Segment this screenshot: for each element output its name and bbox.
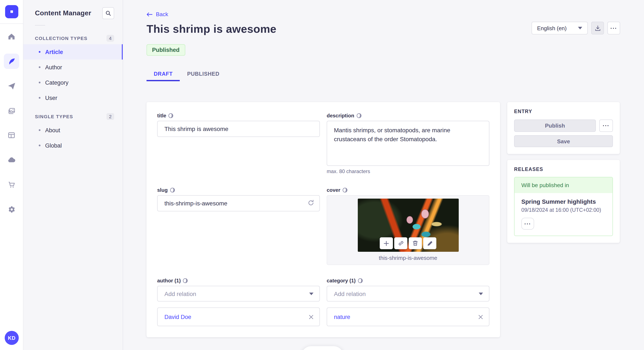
bullet-icon	[39, 129, 40, 131]
back-link[interactable]: Back	[146, 11, 168, 17]
main-nav-rail: KD	[0, 0, 24, 350]
bullet-icon	[39, 82, 40, 83]
localized-globe-icon	[356, 113, 362, 118]
settings-gear-icon[interactable]	[5, 202, 18, 216]
entry-form-card: title This shrimp is awesome description	[146, 102, 500, 337]
save-button[interactable]: Save	[514, 135, 613, 147]
author-field-label: author (1)	[157, 278, 181, 284]
remove-category-button[interactable]	[478, 315, 483, 319]
link-icon	[398, 240, 404, 246]
sidebar-item-user[interactable]: User	[24, 90, 123, 105]
sidebar-item-author[interactable]: Author	[24, 59, 123, 75]
regenerate-slug-button[interactable]	[308, 199, 314, 206]
sidebar-item-label: Article	[45, 49, 63, 55]
field-category: category (1) Add relation nature	[327, 278, 490, 326]
localized-globe-icon	[183, 278, 188, 283]
release-date: 09/18/2024 at 16:00 (UTC+02:00)	[521, 207, 606, 213]
release-status: Will be published in	[514, 177, 612, 193]
description-helper: max. 80 characters	[327, 169, 490, 174]
bullet-icon	[39, 97, 40, 99]
collection-types-section: COLLECTION TYPES 4 Article Author Catego…	[24, 32, 123, 105]
author-relation-link[interactable]: David Doe	[164, 314, 191, 320]
search-button[interactable]	[102, 7, 114, 19]
add-media-button[interactable]	[380, 237, 393, 249]
download-icon	[594, 25, 601, 31]
side-panels: ENTRY Publish ··· Save RELEASES Will be …	[507, 102, 620, 243]
title-field-label: title	[157, 113, 166, 119]
author-relation-combobox[interactable]: Add relation	[157, 286, 320, 302]
home-icon[interactable]	[5, 30, 18, 43]
marketplace-cart-icon[interactable]	[5, 178, 18, 191]
header-more-button[interactable]: ···	[607, 22, 620, 34]
copy-link-button[interactable]	[394, 237, 408, 249]
header-actions: English (en) ···	[532, 22, 620, 34]
category-relation-combobox[interactable]: Add relation	[327, 286, 490, 302]
bullet-icon	[39, 145, 40, 146]
field-cover: cover	[327, 187, 490, 265]
strapi-admin: KD Content Manager COLLECTION TYPES 4 Ar…	[0, 0, 644, 350]
field-title: title This shrimp is awesome	[157, 113, 320, 174]
sidebar-item-article[interactable]: Article	[24, 44, 123, 59]
ellipsis-icon: ···	[524, 221, 531, 226]
description-textarea[interactable]: Mantis shrimps, or stomatopods, are mari…	[327, 121, 490, 166]
subnav-title: Content Manager	[35, 9, 91, 17]
back-label: Back	[156, 11, 168, 17]
pencil-icon	[427, 240, 432, 246]
sidebar-item-label: About	[45, 127, 60, 133]
refresh-icon	[308, 199, 314, 206]
user-avatar[interactable]: KD	[5, 331, 19, 345]
release-plane-icon[interactable]	[5, 79, 18, 93]
cover-field-label: cover	[327, 187, 340, 193]
delete-media-button[interactable]	[409, 237, 422, 249]
field-description: description Mantis shrimps, or stomatopo…	[327, 113, 490, 174]
category-relation-link[interactable]: nature	[334, 314, 350, 320]
description-value: Mantis shrimps, or stomatopods, are mari…	[334, 127, 450, 143]
sidebar-item-label: User	[45, 95, 57, 101]
cover-media-card: this-shrimp-is-awesome	[327, 195, 490, 265]
page-title: This shrimp is awesome	[146, 22, 276, 36]
close-icon	[309, 315, 314, 319]
collection-types-label: COLLECTION TYPES	[35, 36, 88, 41]
content-manager-icon[interactable]	[4, 54, 19, 69]
layout-icon[interactable]	[5, 128, 18, 142]
publish-button[interactable]: Publish	[514, 120, 596, 132]
sidebar-item-about[interactable]: About	[24, 123, 123, 138]
localized-globe-icon	[358, 278, 363, 283]
category-relation-item: nature	[327, 308, 490, 326]
chevron-down-icon	[309, 292, 314, 295]
sidebar-item-label: Global	[45, 142, 62, 149]
export-download-button[interactable]	[591, 22, 604, 34]
bullet-icon	[39, 51, 40, 53]
locale-select[interactable]: English (en)	[532, 22, 588, 34]
entry-panel: ENTRY Publish ··· Save	[507, 102, 620, 154]
edit-media-button[interactable]	[423, 237, 436, 249]
cover-toolbar	[380, 237, 436, 249]
slug-field-label: slug	[157, 187, 168, 193]
bullet-icon	[39, 66, 40, 68]
version-tabs: DRAFT PUBLISHED	[146, 68, 226, 81]
entry-more-button[interactable]: ···	[599, 120, 613, 132]
localized-globe-icon	[342, 187, 348, 193]
chevron-down-icon	[479, 292, 483, 295]
trash-icon	[412, 240, 418, 246]
cover-caption: this-shrimp-is-awesome	[327, 255, 489, 261]
sidebar-item-global[interactable]: Global	[24, 138, 123, 153]
tab-published[interactable]: PUBLISHED	[180, 68, 227, 81]
release-more-button[interactable]: ···	[521, 218, 534, 230]
releases-panel: RELEASES Will be published in Spring Sum…	[507, 160, 620, 243]
localized-globe-icon	[168, 113, 174, 118]
strapi-logo-glyph	[8, 8, 15, 15]
remove-author-button[interactable]	[309, 315, 314, 319]
sidebar-item-label: Category	[45, 79, 68, 86]
category-field-label: category (1)	[327, 278, 356, 284]
tab-draft[interactable]: DRAFT	[146, 68, 180, 81]
slug-input[interactable]: this-shrimp-is-awesome	[157, 195, 320, 211]
release-name[interactable]: Spring Summer highlights	[521, 198, 606, 205]
collection-types-count: 4	[106, 35, 114, 42]
media-library-icon[interactable]	[5, 104, 18, 117]
floating-widget[interactable]	[301, 346, 344, 350]
title-input[interactable]: This shrimp is awesome	[157, 121, 320, 137]
sidebar-item-category[interactable]: Category	[24, 75, 123, 90]
strapi-logo[interactable]	[5, 5, 18, 18]
cloud-icon[interactable]	[5, 153, 18, 167]
